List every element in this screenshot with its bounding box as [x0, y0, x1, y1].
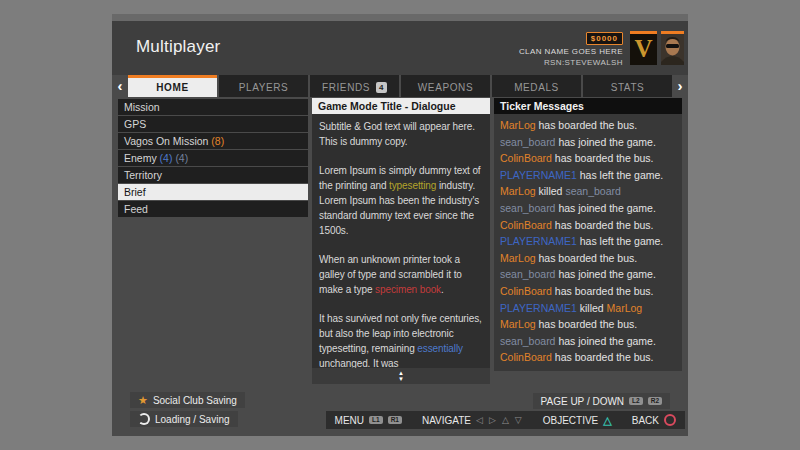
ticker-message: MarLog killed sean_board — [500, 183, 676, 200]
page-title: Multiplayer — [136, 37, 220, 57]
tab-bar: ‹ HOME PLAYERS FRIENDS 4 — [112, 75, 688, 97]
multiplayer-window: Multiplayer $0000 CLAN NAME GOES HERE RS… — [112, 14, 688, 436]
ticker-body: MarLog has boarded the bus. sean_board h… — [494, 114, 682, 371]
page-up-down-label: PAGE UP / DOWN — [541, 396, 625, 407]
tab[interactable]: FRIENDS 4 — [310, 75, 399, 97]
header: Multiplayer $0000 CLAN NAME GOES HERE RS… — [112, 21, 688, 75]
gtav-logo-letter: V — [634, 36, 652, 61]
menu-item[interactable]: Enemy (4) (4) — [118, 150, 308, 166]
tab[interactable]: HOME — [128, 75, 217, 97]
ticker-message: MarLog has boarded the bus. — [500, 117, 676, 134]
tab-label: MEDALS — [514, 82, 559, 93]
menu-item[interactable]: Vagos On Mission (8) — [118, 133, 308, 149]
tab-label: PLAYERS — [239, 82, 289, 93]
player-avatar — [661, 31, 684, 65]
menu-item[interactable]: Territory — [118, 167, 308, 183]
menu-item-label: Feed — [124, 203, 148, 215]
screen: Multiplayer $0000 CLAN NAME GOES HERE RS… — [0, 0, 800, 450]
menu-item[interactable]: Feed — [118, 201, 308, 217]
star-icon: ★ — [138, 395, 148, 406]
ticker-message: ColinBoard has boarded the bus. — [500, 283, 676, 300]
ticker-panel: Ticker Messages MarLog has boarded the b… — [494, 98, 682, 371]
tab-label: HOME — [156, 82, 188, 93]
ticker-message: MarLog has boarded the bus. — [500, 316, 676, 333]
r2-button-icon: R2 — [648, 397, 662, 406]
scroll-indicator[interactable]: ▲ ▼ — [312, 368, 490, 384]
clan-name: CLAN NAME GOES HERE — [519, 47, 623, 56]
ticker-message: sean_board has joined the game. — [500, 134, 676, 151]
loading-saving-badge: Loading / Saving — [130, 411, 238, 427]
menu-item-label: Territory — [124, 169, 162, 181]
menu-item-label: Mission — [124, 101, 160, 113]
navigate-hint-label: NAVIGATE — [422, 415, 471, 426]
menu-item-label: Vagos On Mission (8) — [124, 135, 224, 147]
triangle-button-icon: △ — [603, 415, 611, 426]
ticker-title: Ticker Messages — [494, 98, 682, 114]
menu-item[interactable]: GPS — [118, 116, 308, 132]
social-club-saving-label: Social Club Saving — [153, 395, 237, 406]
ticker-message: MarLog has boarded the bus. — [500, 250, 676, 267]
tab-label: WEAPONS — [418, 82, 473, 93]
dialogue-paragraph: It has survived not only five centuries,… — [319, 311, 483, 368]
menu-item-label: Enemy (4) (4) — [124, 152, 188, 164]
ticker-message: ColinBoard has boarded the bus. — [500, 217, 676, 234]
ticker-message: sean_board has joined the game. — [500, 200, 676, 217]
tab[interactable]: PLAYERS — [219, 75, 308, 97]
ticker-message: ColinBoard has boarded the bus. — [500, 349, 676, 366]
spinner-icon — [138, 413, 150, 425]
dialogue-body: Subtitle & God text will appear here. Th… — [312, 114, 490, 368]
ticker-message: ColinBoard has boarded the bus. — [500, 150, 676, 167]
circle-button-icon — [664, 414, 676, 426]
ticker-message: PLAYERNAME1 has left the game. — [500, 167, 676, 184]
tab[interactable]: MEDALS — [492, 75, 581, 97]
loading-saving-label: Loading / Saving — [155, 414, 230, 425]
ticker-message: sean_board has joined the game. — [500, 266, 676, 283]
menu-item-label: GPS — [124, 118, 146, 130]
top-strip — [112, 14, 688, 21]
tabs-prev-icon[interactable]: ‹ — [112, 75, 128, 97]
tab-badge: 4 — [376, 82, 387, 93]
money-badge: $0000 — [586, 32, 623, 45]
menu-item[interactable]: Brief — [118, 184, 308, 200]
ticker-message: PLAYERNAME1 has left the game. — [500, 233, 676, 250]
social-club-name: RSN:STEVEWALSH — [544, 58, 623, 67]
sidebar-menu: Mission GPS Vagos On Mission (8) Enemy (… — [118, 99, 308, 218]
l1-button-icon: L1 — [369, 416, 383, 425]
tab[interactable]: STATS — [583, 75, 672, 97]
scroll-down-icon: ▼ — [398, 376, 404, 382]
controls-bar: MENU L1 R1 NAVIGATE ◁ ▷ △ ▽ OBJECTIVE △ … — [326, 411, 685, 429]
header-player-info: $0000 CLAN NAME GOES HERE RSN:STEVEWALSH… — [519, 31, 684, 67]
dialogue-paragraph: When an unknown printer took a galley of… — [319, 252, 483, 297]
tab-label: STATS — [611, 82, 645, 93]
tab-label: FRIENDS — [322, 82, 370, 93]
dialogue-paragraph: Subtitle & God text will appear here. Th… — [319, 119, 483, 149]
tab[interactable]: WEAPONS — [401, 75, 490, 97]
social-club-saving-badge: ★ Social Club Saving — [130, 392, 245, 408]
dialogue-title: Game Mode Title - Dialogue — [312, 98, 490, 114]
r1-button-icon: R1 — [388, 416, 402, 425]
objective-hint-label: OBJECTIVE — [543, 415, 599, 426]
gtav-logo: V — [630, 31, 657, 65]
page-up-down-control: PAGE UP / DOWN L2 R2 — [533, 393, 670, 409]
dpad-down-icon: ▽ — [515, 415, 523, 425]
tabs-next-icon[interactable]: › — [672, 75, 688, 97]
back-hint-label: BACK — [632, 415, 659, 426]
dpad-right-icon: ▷ — [489, 415, 497, 425]
l2-button-icon: L2 — [629, 397, 643, 406]
dpad-up-icon: △ — [502, 415, 510, 425]
menu-item-label: Brief — [124, 186, 146, 198]
dialogue-panel: Game Mode Title - Dialogue Subtitle & Go… — [312, 98, 490, 384]
menu-item[interactable]: Mission — [118, 99, 308, 115]
dialogue-paragraph: Lorem Ipsum is simply dummy text of the … — [319, 163, 483, 238]
ticker-message: PLAYERNAME1 killed MarLog — [500, 300, 676, 317]
ticker-message: sean_board has joined the game. — [500, 333, 676, 350]
menu-hint-label: MENU — [335, 415, 364, 426]
dpad-left-icon: ◁ — [476, 415, 484, 425]
